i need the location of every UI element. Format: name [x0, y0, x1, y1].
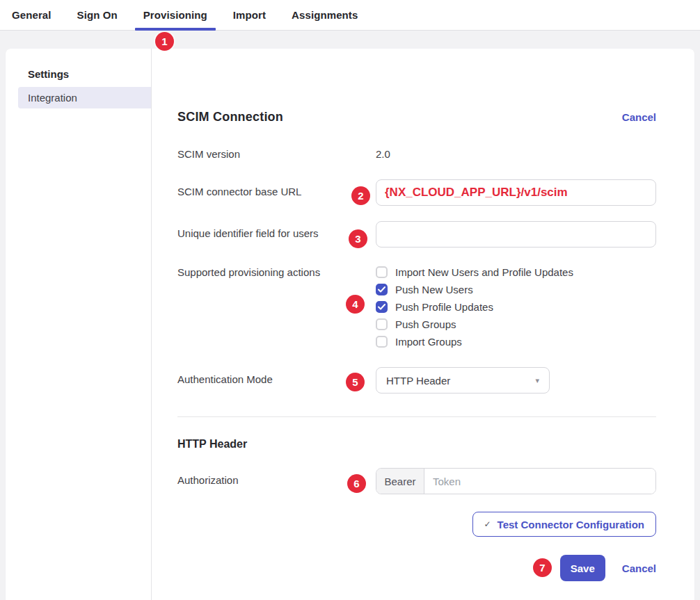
checkbox-label: Push Groups — [395, 318, 456, 330]
scim-connection-form: SCIM Connection Cancel SCIM version 2.0 … — [152, 49, 694, 600]
tab-sign-on[interactable]: Sign On — [77, 0, 118, 31]
base-url-label: SCIM connector base URL — [177, 179, 376, 197]
checkbox-label: Import Groups — [395, 336, 462, 348]
app-tabbar: General Sign On Provisioning Import Assi… — [0, 0, 700, 31]
checkbox-label: Import New Users and Profile Updates — [395, 266, 573, 278]
annotation-badge-3: 3 — [349, 229, 367, 248]
annotation-badge-6: 6 — [347, 474, 366, 493]
checkbox-row-import-users[interactable]: Import New Users and Profile Updates — [376, 266, 656, 278]
annotation-badge-2: 2 — [351, 186, 370, 205]
annotation-badge-7: 7 — [533, 558, 552, 577]
test-connector-configuration-button[interactable]: ✓ Test Connector Configuration — [472, 512, 656, 537]
token-input[interactable] — [424, 469, 655, 494]
auth-mode-selected-value: HTTP Header — [386, 375, 450, 387]
sidebar-item-integration[interactable]: Integration — [18, 87, 151, 108]
tab-assignments[interactable]: Assignments — [292, 0, 358, 31]
cancel-link-top[interactable]: Cancel — [622, 111, 656, 123]
chevron-down-icon: ▾ — [535, 376, 539, 385]
auth-mode-select[interactable]: HTTP Header ▾ — [376, 367, 550, 394]
tab-general[interactable]: General — [12, 0, 51, 31]
checkbox-row-import-groups[interactable]: Import Groups — [376, 336, 656, 348]
authorization-token-field: Bearer — [376, 468, 656, 494]
scim-version-value: 2.0 — [376, 148, 390, 160]
sidebar-header: Settings — [6, 68, 151, 87]
checkbox-row-push-new-users[interactable]: Push New Users — [376, 284, 656, 295]
provisioning-actions-label: Supported provisioning actions — [177, 265, 376, 278]
check-icon: ✓ — [484, 519, 491, 529]
checkbox-row-push-groups[interactable]: Push Groups — [376, 318, 656, 330]
section-divider — [177, 416, 656, 417]
checkbox-label: Push New Users — [395, 284, 473, 295]
page-title: SCIM Connection — [177, 110, 283, 124]
checkbox-push-profile-updates[interactable] — [376, 301, 388, 313]
checkbox-push-groups[interactable] — [376, 318, 388, 330]
annotation-badge-4: 4 — [346, 295, 365, 314]
base-url-input[interactable] — [376, 179, 656, 206]
authorization-label: Authorization — [177, 468, 376, 486]
checkbox-import-users[interactable] — [376, 266, 388, 278]
settings-sidebar: Settings Integration — [6, 49, 152, 600]
settings-card: Settings Integration SCIM Connection Can… — [6, 49, 694, 600]
checkbox-import-groups[interactable] — [376, 336, 388, 348]
scim-version-label: SCIM version — [177, 148, 376, 160]
save-button[interactable]: Save — [560, 555, 605, 581]
annotation-badge-5: 5 — [346, 373, 365, 391]
annotation-badge-1: 1 — [155, 32, 174, 51]
checkbox-push-new-users[interactable] — [376, 284, 388, 295]
checkbox-row-push-profile-updates[interactable]: Push Profile Updates — [376, 301, 656, 313]
http-header-section-title: HTTP Header — [177, 438, 656, 451]
unique-id-input[interactable] — [376, 221, 656, 248]
checkbox-label: Push Profile Updates — [395, 301, 493, 313]
checkmark-icon — [378, 286, 385, 293]
cancel-link-bottom[interactable]: Cancel — [622, 562, 656, 574]
test-connector-button-label: Test Connector Configuration — [498, 519, 644, 530]
tab-import[interactable]: Import — [233, 0, 266, 31]
bearer-prefix: Bearer — [376, 469, 424, 494]
checkmark-icon — [378, 304, 385, 310]
unique-id-label: Unique identifier field for users — [177, 221, 376, 239]
tab-provisioning[interactable]: Provisioning — [143, 0, 207, 31]
